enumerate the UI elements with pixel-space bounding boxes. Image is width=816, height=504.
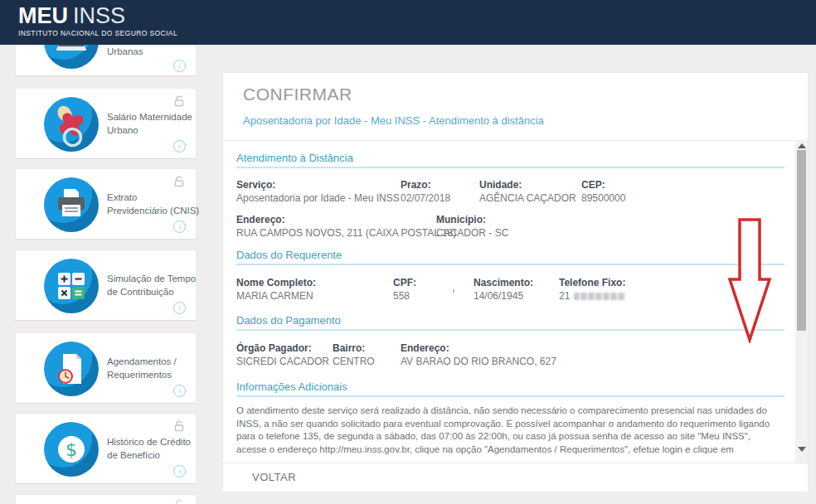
section-heading-atendimento: Atendimento à Distância	[236, 152, 353, 164]
field-label: Nascimento:	[474, 277, 533, 289]
field-value: AGÊNCIA CAÇADOR	[479, 191, 576, 206]
divider	[223, 140, 808, 141]
field-value: SICREDI CACADOR	[236, 355, 329, 369]
sidebar-card-label: Simulação de Tempo de Contribuição	[107, 272, 196, 298]
redacted-area	[453, 289, 454, 293]
sidebar-card-agendamentos[interactable]: Agendamentos / Requerimentos	[15, 332, 197, 404]
info-icon[interactable]	[173, 465, 186, 477]
back-button[interactable]: VOLTAR	[252, 471, 296, 483]
field-value: CENTRO	[333, 355, 375, 369]
lock-icon	[172, 94, 186, 108]
field-label: Município:	[436, 214, 508, 226]
additional-info-text: O atendimento deste serviço será realiza…	[236, 405, 774, 456]
app-header: MEUINSS INSTITUTO NACIONAL DO SEGURO SOC…	[0, 0, 816, 45]
field-cep: CEP: 89500000	[581, 179, 625, 206]
field-label: Serviço:	[236, 179, 400, 191]
info-icon[interactable]	[173, 140, 186, 153]
dollar-icon: $	[44, 422, 99, 477]
printer-icon	[44, 177, 99, 232]
sidebar-card-label: Agendamentos / Requerimentos	[107, 355, 177, 381]
field-servico: Serviço: Aposentadoria por Idade - Meu I…	[236, 179, 400, 206]
document-clock-icon	[44, 342, 99, 396]
page-title: CONFIRMAR	[243, 85, 352, 104]
scrollbar-thumb[interactable]	[797, 150, 806, 331]
field-value: 21	[559, 290, 570, 302]
field-label: Bairro:	[333, 342, 375, 355]
sidebar-card-partial[interactable]	[15, 494, 197, 504]
red-arrow-annotation	[728, 217, 773, 343]
field-label: Endereço:	[236, 214, 456, 226]
confirm-panel: CONFIRMAR Aposentadoria por Idade - Meu …	[222, 72, 809, 491]
field-endereco-pagamento: Endereço: AV BARAO DO RIO BRANCO, 627	[401, 342, 556, 369]
field-label: Endereço:	[401, 342, 556, 355]
sidebar-card-historico-credito[interactable]: $ Histórico de Crédito de Benefício	[15, 413, 197, 484]
info-icon[interactable]	[173, 385, 186, 397]
sidebar-card-label: Urbanas	[107, 45, 143, 58]
info-icon[interactable]	[173, 220, 186, 233]
field-cpf: CPF: 558	[393, 277, 454, 303]
svg-text:$: $	[66, 439, 77, 460]
sidebar-card-label: Extrato Previdenciário (CNIS)	[107, 191, 199, 217]
field-nascimento: Nascimento: 14/06/1945	[474, 277, 533, 303]
app-logo[interactable]: MEUINSS INSTITUTO NACIONAL DO SEGURO SOC…	[18, 3, 177, 37]
field-value: 89500000	[581, 191, 625, 206]
field-value: 02/07/2018	[401, 191, 450, 206]
section-underline	[236, 167, 784, 168]
field-label: CEP:	[581, 179, 625, 191]
field-value: RUA CAMPOS NOVOS, 211 (CAIXA POSTAL 18)	[236, 226, 456, 240]
field-label: Órgão Pagador:	[236, 342, 329, 355]
section-heading-informacoes: Informações Adicionais	[236, 380, 347, 393]
field-bairro: Bairro: CENTRO	[333, 342, 375, 369]
redacted-area	[574, 293, 625, 300]
field-value: MARIA CARMEN	[236, 289, 316, 303]
field-nome: Nome Completo: MARIA CARMEN	[236, 277, 316, 303]
section-underline	[236, 264, 784, 265]
field-prazo: Prazo: 02/07/2018	[401, 179, 450, 206]
field-label: Unidade:	[479, 179, 576, 191]
field-telefone: Telefone Fixo: 21	[559, 277, 625, 303]
brand-light: INSS	[73, 3, 125, 28]
sidebar-card-label: Salário Maternidade Urbano	[107, 110, 192, 137]
section-heading-pagamento: Dados do Pagamento	[236, 314, 341, 327]
field-label: CPF:	[393, 277, 454, 289]
field-label: Telefone Fixo:	[559, 277, 625, 289]
brand-bold: MEU	[18, 3, 68, 28]
footer-bar: VOLTAR	[223, 463, 808, 492]
brand-subtitle: INSTITUTO NACIONAL DO SEGURO SOCIAL	[18, 29, 177, 37]
field-value: 14/06/1945	[474, 289, 533, 303]
scrollbar-down-arrow-icon[interactable]	[798, 447, 806, 452]
field-label: Prazo:	[401, 179, 450, 191]
section-underline	[236, 329, 784, 331]
calculator-icon	[44, 259, 99, 313]
section-underline	[236, 395, 784, 397]
section-heading-requerente: Dados do Requerente	[236, 249, 342, 261]
info-icon[interactable]	[173, 60, 186, 72]
sidebar-card-simulacao-tempo[interactable]: Simulação de Tempo de Contribuição	[15, 250, 197, 321]
field-value: Aposentadoria por Idade - Meu INSS	[236, 191, 400, 206]
lock-icon	[172, 419, 186, 433]
lock-icon	[172, 175, 186, 188]
sidebar-card-salario-maternidade[interactable]: Salário Maternidade Urbano	[15, 88, 197, 159]
field-value: AV BARAO DO RIO BRANCO, 627	[401, 355, 556, 369]
field-endereco-unidade: Endereço: RUA CAMPOS NOVOS, 211 (CAIXA P…	[236, 214, 456, 240]
field-value: 558	[393, 290, 410, 302]
sidebar-card-extrato-cnis[interactable]: Extrato Previdenciário (CNIS)	[15, 168, 197, 240]
sidebar-card-label: Histórico de Crédito de Benefício	[107, 435, 191, 462]
field-orgao-pagador: Órgão Pagador: SICREDI CACADOR	[236, 342, 329, 369]
field-label: Nome Completo:	[236, 277, 316, 289]
scrollbar-up-arrow-icon[interactable]	[798, 143, 806, 148]
field-unidade: Unidade: AGÊNCIA CAÇADOR	[479, 179, 576, 206]
info-icon[interactable]	[173, 302, 186, 314]
breadcrumb[interactable]: Aposentadoria por Idade - Meu INSS - Ate…	[243, 114, 544, 127]
pacifier-icon	[44, 97, 99, 152]
field-municipio: Município: CACADOR - SC	[436, 214, 508, 240]
field-value: CACADOR - SC	[436, 226, 508, 240]
lock-icon	[172, 498, 186, 504]
